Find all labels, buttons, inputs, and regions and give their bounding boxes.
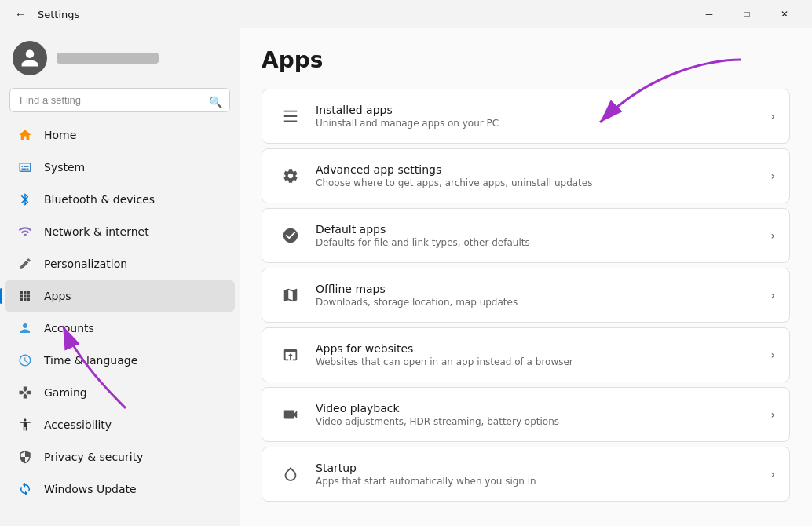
page-title: Apps — [262, 47, 790, 73]
card-subtitle: Downloads, storage location, map updates — [316, 297, 764, 308]
privacy-icon — [17, 449, 33, 465]
sidebar-item-label: Network & internet — [44, 225, 149, 238]
sidebar-item-accounts[interactable]: Accounts — [5, 312, 235, 344]
gaming-icon — [17, 385, 33, 400]
apps-icon — [17, 288, 33, 304]
sidebar-item-label: Windows Update — [44, 483, 137, 495]
card-title: Offline maps — [316, 283, 764, 295]
sidebar-item-label: Bluetooth & devices — [44, 193, 155, 206]
card-installed-apps[interactable]: Installed apps Uninstall and manage apps… — [262, 89, 790, 144]
back-button[interactable]: ← — [9, 3, 31, 25]
card-text: Installed apps Uninstall and manage apps… — [316, 104, 764, 129]
sidebar-item-gaming[interactable]: Gaming — [5, 377, 235, 408]
sidebar-item-label: Home — [44, 129, 76, 141]
sidebar-item-privacy[interactable]: Privacy & security — [5, 441, 235, 473]
chevron-right-icon: › — [770, 170, 775, 182]
card-offline-maps[interactable]: Offline maps Downloads, storage location… — [262, 268, 790, 323]
sidebar-item-update[interactable]: Windows Update — [5, 473, 235, 505]
minimize-button[interactable]: ─ — [691, 2, 727, 27]
chevron-right-icon: › — [770, 110, 775, 122]
home-icon — [17, 127, 33, 143]
chevron-right-icon: › — [770, 468, 775, 480]
cards-list: Installed apps Uninstall and manage apps… — [262, 89, 790, 502]
card-title: Installed apps — [316, 104, 764, 116]
close-button[interactable]: ✕ — [766, 2, 803, 27]
sidebar-item-label: Personalization — [44, 258, 127, 270]
sidebar-item-personalization[interactable]: Personalization — [5, 248, 235, 279]
sidebar-item-apps[interactable]: Apps — [5, 280, 235, 312]
sidebar-item-label: Apps — [44, 290, 71, 302]
sidebar-item-label: Gaming — [44, 386, 87, 399]
card-startup[interactable]: Startup Apps that start automatically wh… — [262, 447, 790, 502]
user-profile — [0, 28, 240, 85]
card-apps-for-websites[interactable]: Apps for websites Websites that can open… — [262, 327, 790, 382]
sidebar-item-bluetooth[interactable]: Bluetooth & devices — [5, 184, 235, 215]
card-text: Video playback Video adjustments, HDR st… — [316, 402, 764, 427]
app-body: 🔍 Home System Bluetooth & devices Networ… — [0, 28, 812, 526]
sidebar-item-label: System — [44, 161, 85, 174]
card-subtitle: Defaults for file and link types, other … — [316, 237, 764, 248]
card-advanced-app-settings[interactable]: Advanced app settings Choose where to ge… — [262, 148, 790, 203]
offline-maps-icon — [276, 281, 305, 309]
sidebar: 🔍 Home System Bluetooth & devices Networ… — [0, 28, 240, 526]
content-area: Apps Installed apps Uninstall and manage… — [240, 28, 812, 526]
card-title: Apps for websites — [316, 342, 764, 355]
sidebar-item-time[interactable]: Time & language — [5, 345, 235, 376]
card-subtitle: Uninstall and manage apps on your PC — [316, 118, 764, 129]
user-name — [57, 53, 159, 64]
chevron-right-icon: › — [770, 289, 775, 301]
sidebar-item-home[interactable]: Home — [5, 119, 235, 151]
sidebar-item-label: Privacy & security — [44, 451, 143, 463]
card-title: Startup — [316, 462, 764, 474]
bluetooth-icon — [17, 192, 33, 207]
network-icon — [17, 224, 33, 239]
startup-icon — [276, 460, 305, 488]
card-subtitle: Apps that start automatically when you s… — [316, 476, 764, 487]
title-bar: ← Settings ─ □ ✕ — [0, 0, 812, 28]
nav-list: Home System Bluetooth & devices Network … — [0, 119, 240, 506]
chevron-right-icon: › — [770, 349, 775, 361]
card-subtitle: Websites that can open in an app instead… — [316, 356, 764, 367]
card-title: Advanced app settings — [316, 163, 764, 176]
card-title: Video playback — [316, 402, 764, 415]
chevron-right-icon: › — [770, 408, 775, 421]
card-subtitle: Choose where to get apps, archive apps, … — [316, 177, 764, 188]
sidebar-item-label: Time & language — [44, 354, 137, 367]
system-icon — [17, 159, 33, 175]
accessibility-icon — [17, 417, 33, 433]
window-controls: ─ □ ✕ — [691, 2, 803, 27]
card-title: Default apps — [316, 223, 764, 236]
card-text: Startup Apps that start automatically wh… — [316, 462, 764, 487]
sidebar-item-accessibility[interactable]: Accessibility — [5, 409, 235, 440]
maximize-button[interactable]: □ — [729, 2, 765, 27]
update-icon — [17, 481, 33, 497]
apps-for-websites-icon — [276, 341, 305, 369]
card-subtitle: Video adjustments, HDR streaming, batter… — [316, 416, 764, 427]
sidebar-item-network[interactable]: Network & internet — [5, 216, 235, 247]
card-text: Advanced app settings Choose where to ge… — [316, 163, 764, 188]
card-video-playback[interactable]: Video playback Video adjustments, HDR st… — [262, 387, 790, 442]
installed-apps-icon — [276, 102, 305, 130]
advanced-app-settings-icon — [276, 162, 305, 190]
default-apps-icon — [276, 221, 305, 250]
sidebar-item-label: Accessibility — [44, 418, 112, 431]
sidebar-item-system[interactable]: System — [5, 152, 235, 183]
card-text: Default apps Defaults for file and link … — [316, 223, 764, 248]
card-text: Apps for websites Websites that can open… — [316, 342, 764, 367]
avatar — [13, 41, 47, 75]
accounts-icon — [17, 320, 33, 336]
card-default-apps[interactable]: Default apps Defaults for file and link … — [262, 208, 790, 263]
card-text: Offline maps Downloads, storage location… — [316, 283, 764, 308]
search-input[interactable] — [9, 88, 230, 112]
search-container: 🔍 — [0, 85, 240, 119]
video-playback-icon — [276, 400, 305, 429]
sidebar-item-label: Accounts — [44, 322, 94, 334]
time-icon — [17, 352, 33, 368]
chevron-right-icon: › — [770, 229, 775, 242]
window-title: Settings — [38, 9, 79, 20]
personalization-icon — [17, 256, 33, 272]
